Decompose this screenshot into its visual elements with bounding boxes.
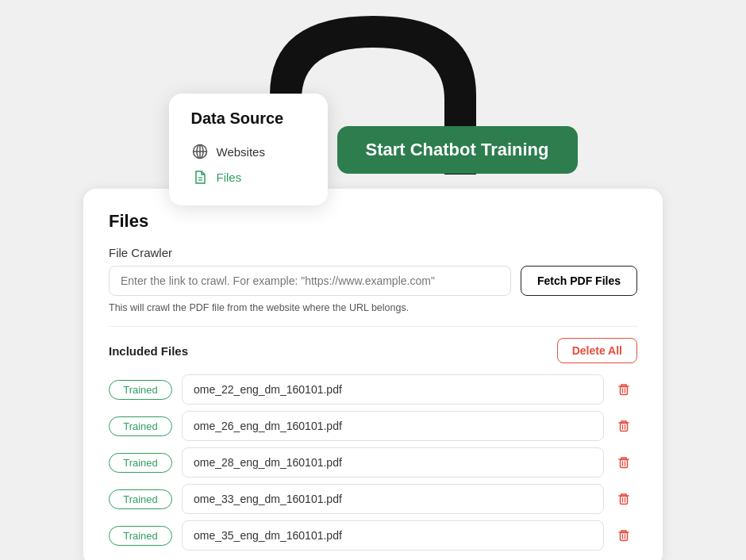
- trained-badge: Trained: [109, 526, 172, 546]
- file-row: Trainedome_22_eng_dm_160101.pdf: [109, 374, 634, 405]
- file-name: ome_28_eng_dm_160101.pdf: [182, 447, 604, 478]
- datasource-card: Data Source Websites: [169, 94, 328, 205]
- svg-rect-18: [621, 533, 628, 541]
- svg-rect-12: [621, 460, 628, 468]
- svg-rect-9: [621, 424, 628, 432]
- file-list: Trainedome_22_eng_dm_160101.pdf Trainedo…: [109, 374, 637, 550]
- trained-badge: Trained: [109, 416, 172, 436]
- file-name: ome_22_eng_dm_160101.pdf: [182, 374, 604, 405]
- datasource-title: Data Source: [191, 109, 306, 128]
- file-icon: [191, 168, 209, 186]
- start-training-button[interactable]: Start Chatbot Training: [337, 126, 578, 174]
- delete-file-button[interactable]: [613, 489, 634, 509]
- delete-file-button[interactable]: [613, 452, 634, 473]
- delete-file-button[interactable]: [613, 525, 634, 546]
- delete-file-button[interactable]: [613, 379, 634, 400]
- main-panel: Files File Crawler Fetch PDF Files This …: [83, 189, 663, 560]
- divider: [109, 326, 637, 327]
- svg-rect-6: [621, 387, 628, 395]
- crawler-hint: This will crawl the PDF file from the we…: [109, 302, 637, 313]
- file-name: ome_33_eng_dm_160101.pdf: [182, 484, 604, 514]
- datasource-files-label: Files: [217, 171, 242, 184]
- datasource-item-files[interactable]: Files: [191, 164, 306, 190]
- file-row: Trainedome_35_eng_dm_160101.pdf: [109, 520, 634, 550]
- delete-file-button[interactable]: [613, 416, 634, 436]
- file-row: Trainedome_33_eng_dm_160101.pdf: [109, 484, 634, 514]
- included-header: Included Files Delete All: [109, 338, 637, 363]
- crawler-row: Fetch PDF Files: [109, 266, 637, 296]
- trained-badge: Trained: [109, 453, 172, 473]
- content-wrapper: Data Source Websites: [16, 10, 730, 550]
- delete-all-button[interactable]: Delete All: [557, 338, 637, 363]
- file-row: Trainedome_28_eng_dm_160101.pdf: [109, 447, 634, 478]
- datasource-websites-label: Websites: [217, 145, 265, 159]
- globe-icon: [191, 143, 209, 160]
- crawler-input[interactable]: [109, 266, 511, 296]
- trained-badge: Trained: [109, 380, 172, 400]
- included-files-label: Included Files: [109, 344, 188, 358]
- datasource-item-websites[interactable]: Websites: [191, 139, 306, 164]
- file-row: Trainedome_26_eng_dm_160101.pdf: [109, 411, 634, 441]
- trained-badge: Trained: [109, 489, 172, 509]
- file-crawler-label: File Crawler: [109, 246, 637, 259]
- file-name: ome_35_eng_dm_160101.pdf: [182, 520, 604, 550]
- file-name: ome_26_eng_dm_160101.pdf: [182, 411, 604, 441]
- panel-title: Files: [109, 211, 637, 232]
- fetch-pdf-button[interactable]: Fetch PDF Files: [521, 266, 637, 296]
- top-row: Data Source Websites: [95, 94, 651, 205]
- svg-rect-15: [621, 497, 628, 504]
